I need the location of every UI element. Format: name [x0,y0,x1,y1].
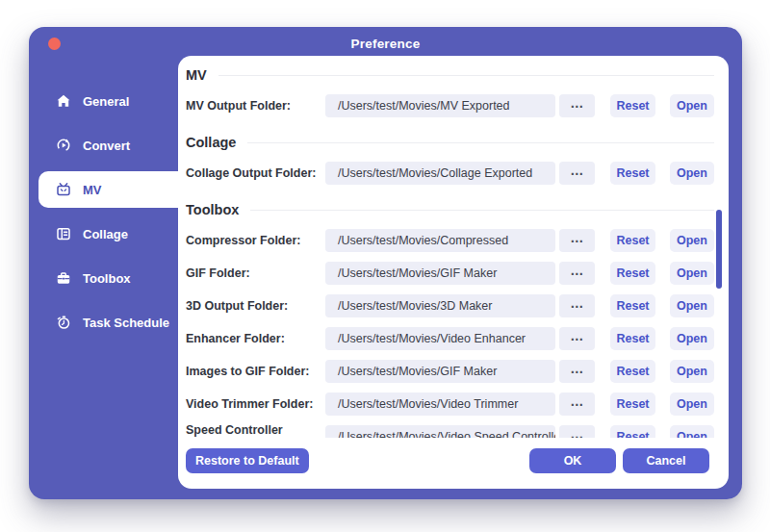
section-header: Collage [186,135,714,150]
folder-row: Enhancer Folder: /Users/test/Movies/Vide… [186,327,714,350]
home-icon [55,93,71,110]
folder-path-field[interactable]: /Users/test/Movies/3D Maker [325,294,555,317]
folder-row: Collage Output Folder: /Users/test/Movie… [186,162,714,185]
folder-path-field[interactable]: /Users/test/Movies/Video Speed Controlle… [325,425,555,438]
folder-row: Video Trimmer Folder: /Users/test/Movies… [186,393,714,416]
open-button[interactable]: Open [670,294,714,317]
reset-button[interactable]: Reset [610,94,655,117]
folder-row: Compressor Folder: /Users/test/Movies/Co… [186,229,714,252]
row-label: Images to GIF Folder: [186,365,325,378]
section-header: Toolbox [186,202,714,217]
section-title-text: Toolbox [186,202,239,217]
sidebar-item-label: Toolbox [83,271,131,286]
alarm-clock-icon [55,315,71,331]
open-button[interactable]: Open [670,229,714,252]
sidebar-item-convert[interactable]: Convert [38,131,178,160]
folder-path-field[interactable]: /Users/test/Movies/GIF Maker [325,262,555,285]
more-options-button[interactable]: ⋯ [559,94,595,117]
sidebar-item-mv[interactable]: MV [38,171,178,208]
folder-path-field[interactable]: /Users/test/Movies/Compressed [325,229,555,252]
folder-path-field[interactable]: /Users/test/Movies/GIF Maker [325,360,555,383]
sidebar-item-label: Collage [83,227,128,241]
folder-row: 3D Output Folder: /Users/test/Movies/3D … [186,294,714,317]
sidebar-item-collage[interactable]: Collage [38,219,178,248]
row-label: Speed Controller Folder: [186,423,325,438]
folder-path-field[interactable]: /Users/test/Movies/Video Trimmer [325,393,555,416]
section-title-text: MV [186,67,207,83]
sidebar-item-label: Task Schedule [83,316,169,330]
section-rows: Collage Output Folder: /Users/test/Movie… [186,162,714,185]
footer-bar: Restore to Default OK Cancel [178,438,729,489]
sidebar-item-general[interactable]: General [38,87,178,115]
titlebar: Preference [29,27,742,56]
section-divider [247,142,714,143]
scrollbar-thumb[interactable] [716,210,722,289]
row-label: Collage Output Folder: [186,166,325,180]
section-rows: MV Output Folder: /Users/test/Movies/MV … [186,94,714,117]
sidebar-item-toolbox[interactable]: Toolbox [38,264,178,292]
settings-scroll-area: MV MV Output Folder: /Users/test/Movies/… [178,56,729,438]
row-label: Compressor Folder: [186,234,325,247]
reset-button[interactable]: Reset [610,294,655,317]
settings-section: MV MV Output Folder: /Users/test/Movies/… [186,67,714,117]
more-options-button[interactable]: ⋯ [559,262,595,285]
reset-button[interactable]: Reset [610,162,655,185]
window-title: Preference [351,37,421,51]
more-options-button[interactable]: ⋯ [559,294,595,317]
reset-button[interactable]: Reset [610,229,655,252]
more-options-button[interactable]: ⋯ [559,425,595,438]
section-divider [250,210,714,211]
folder-row: Speed Controller Folder: /Users/test/Mov… [186,425,714,438]
open-button[interactable]: Open [670,94,714,117]
open-button[interactable]: Open [670,162,714,185]
settings-section: Collage Collage Output Folder: /Users/te… [186,135,714,185]
folder-row: Images to GIF Folder: /Users/test/Movies… [186,360,714,383]
open-button[interactable]: Open [670,393,714,416]
collage-icon [55,226,71,242]
more-options-button[interactable]: ⋯ [559,229,595,252]
row-label: GIF Folder: [186,266,325,280]
folder-path-field[interactable]: /Users/test/Movies/Video Enhancer [325,327,555,350]
folder-path-field[interactable]: /Users/test/Movies/Collage Exported [325,162,555,185]
mv-tv-icon [55,182,71,198]
reset-button[interactable]: Reset [610,262,655,285]
row-label: MV Output Folder: [186,99,325,113]
more-options-button[interactable]: ⋯ [559,162,595,185]
settings-section: Toolbox Compressor Folder: /Users/test/M… [186,202,714,438]
reset-button[interactable]: Reset [610,425,655,438]
more-options-button[interactable]: ⋯ [559,360,595,383]
folder-row: MV Output Folder: /Users/test/Movies/MV … [186,94,714,117]
open-button[interactable]: Open [670,360,714,383]
ok-button[interactable]: OK [529,448,616,473]
sidebar-item-label: MV [83,183,102,197]
preference-window: Preference General Convert MV Collage [29,27,742,499]
section-header: MV [186,67,714,83]
content-panel: MV MV Output Folder: /Users/test/Movies/… [178,56,729,489]
folder-path-field[interactable]: /Users/test/Movies/MV Exported [325,94,555,117]
folder-row: GIF Folder: /Users/test/Movies/GIF Maker… [186,262,714,285]
row-label: 3D Output Folder: [186,299,325,313]
restore-to-default-button[interactable]: Restore to Default [186,448,309,473]
sections: MV MV Output Folder: /Users/test/Movies/… [186,67,714,438]
reset-button[interactable]: Reset [610,327,655,350]
open-button[interactable]: Open [670,262,714,285]
sidebar-item-label: General [83,94,129,109]
open-button[interactable]: Open [670,425,714,438]
section-rows: Compressor Folder: /Users/test/Movies/Co… [186,229,714,438]
row-label: Video Trimmer Folder: [186,397,325,411]
more-options-button[interactable]: ⋯ [559,327,595,350]
close-button[interactable] [48,38,61,50]
cancel-button[interactable]: Cancel [623,448,709,473]
reset-button[interactable]: Reset [610,393,655,416]
section-divider [218,75,714,76]
open-button[interactable]: Open [670,327,714,350]
convert-icon [55,138,71,154]
row-label: Enhancer Folder: [186,332,325,345]
sidebar: General Convert MV Collage Toolbox [29,87,178,352]
sidebar-item-task-schedule[interactable]: Task Schedule [38,308,178,337]
section-title-text: Collage [186,135,236,150]
toolbox-icon [55,270,71,287]
reset-button[interactable]: Reset [610,360,655,383]
more-options-button[interactable]: ⋯ [559,393,595,416]
sidebar-item-label: Convert [83,139,130,153]
